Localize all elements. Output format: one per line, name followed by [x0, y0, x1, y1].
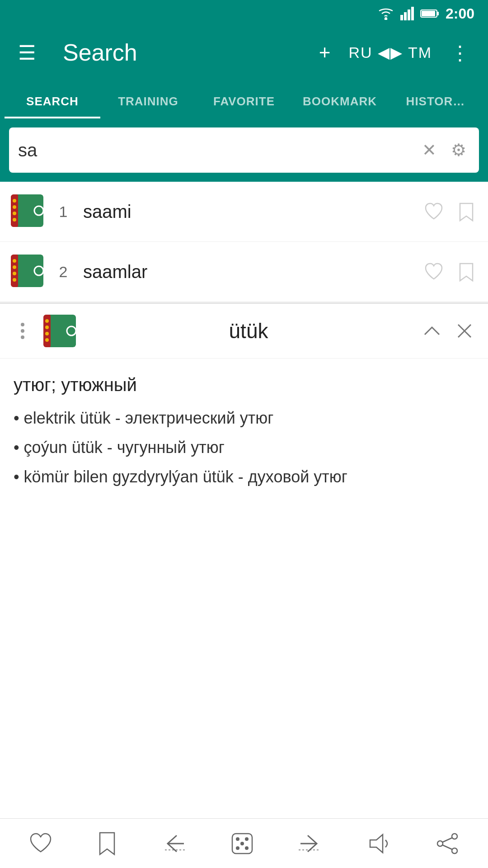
svg-point-0 [385, 17, 387, 20]
favorite-icon-1[interactable] [423, 201, 445, 222]
svg-point-40 [236, 846, 239, 850]
svg-point-28 [45, 326, 49, 329]
svg-point-10 [13, 199, 16, 203]
svg-point-29 [45, 332, 49, 335]
tab-search[interactable]: SEARCH [5, 86, 100, 118]
svg-point-13 [13, 218, 16, 222]
svg-point-46 [452, 848, 457, 854]
app-bar: ☰ Search + RU ◀▶ TM ⋮ [0, 27, 488, 78]
dict-panel-content: утюг; утюжный • elektrik ütük - электрич… [0, 359, 488, 509]
dict-example-2: • çoýun ütük - чугунный утюг [14, 434, 474, 461]
dots-menu-icon[interactable] [13, 321, 33, 341]
svg-rect-4 [411, 7, 414, 20]
bottom-nav [0, 818, 488, 868]
battery-icon [420, 9, 439, 19]
signal-icon [400, 7, 414, 20]
clear-icon[interactable]: ✕ [418, 137, 440, 164]
svg-point-11 [13, 205, 16, 209]
collapse-icon[interactable] [421, 320, 443, 342]
svg-rect-1 [400, 15, 403, 20]
lang-switcher[interactable]: RU ◀▶ TM [349, 43, 432, 61]
svg-point-24 [21, 335, 24, 339]
result-number-2: 2 [54, 263, 72, 281]
app-title: Search [63, 39, 301, 66]
status-time: 2:00 [446, 5, 474, 22]
svg-point-37 [236, 837, 239, 841]
svg-rect-2 [404, 12, 407, 20]
tab-bookmark[interactable]: BOOKMARK [292, 86, 388, 118]
flag-icon-1 [11, 194, 43, 229]
svg-point-41 [245, 846, 249, 850]
svg-line-49 [442, 845, 452, 849]
bookmark-icon-2[interactable] [455, 261, 477, 283]
bookmark-icon-1[interactable] [455, 201, 477, 222]
svg-rect-7 [422, 11, 435, 16]
nav-volume-icon[interactable] [366, 831, 393, 856]
result-word-1: saami [83, 202, 412, 222]
svg-point-20 [13, 278, 16, 282]
tab-favorite[interactable]: FAVORITE [196, 86, 292, 118]
svg-point-23 [21, 329, 24, 333]
svg-line-48 [442, 838, 452, 842]
svg-point-47 [437, 841, 443, 846]
flag-icon-2 [11, 255, 43, 289]
results-list: 1 saami 2 saamlar [0, 182, 488, 302]
svg-point-45 [452, 834, 457, 839]
svg-point-39 [240, 842, 244, 845]
dict-panel-header: ütük [0, 304, 488, 359]
result-number-1: 1 [54, 203, 72, 221]
dict-panel-word: ütük [87, 319, 410, 343]
dict-panel-flag [43, 315, 76, 347]
status-bar: 2:00 [0, 0, 488, 27]
more-icon[interactable]: ⋮ [446, 37, 474, 69]
list-item[interactable]: 1 saami [0, 182, 488, 242]
svg-point-18 [13, 265, 16, 269]
tab-history[interactable]: HISTOR… [388, 86, 483, 118]
list-item[interactable]: 2 saamlar [0, 242, 488, 302]
nav-share-icon[interactable] [435, 831, 460, 856]
nav-back-icon[interactable] [160, 831, 188, 856]
search-box-container: ✕ ⚙ [0, 118, 488, 182]
search-input[interactable] [18, 140, 411, 160]
svg-point-12 [13, 212, 16, 215]
favorite-icon-2[interactable] [423, 261, 445, 283]
dict-example-3: • kömür bilen gyzdyrylýan ütük - духовой… [14, 463, 474, 491]
close-icon[interactable] [454, 320, 475, 342]
nav-forward-icon[interactable] [297, 831, 324, 856]
svg-point-17 [13, 259, 16, 263]
svg-point-19 [13, 272, 16, 275]
svg-marker-44 [370, 835, 383, 853]
dict-main-translation: утюг; утюжный [14, 375, 474, 395]
search-box: ✕ ⚙ [9, 127, 479, 173]
status-icons: 2:00 [378, 5, 474, 22]
settings-icon[interactable]: ⚙ [447, 137, 470, 164]
menu-icon[interactable]: ☰ [14, 37, 40, 69]
svg-rect-3 [408, 9, 410, 20]
nav-heart-icon[interactable] [28, 831, 53, 856]
tabs-bar: SEARCH TRAINING FAVORITE BOOKMARK HISTOR… [0, 78, 488, 118]
svg-point-30 [45, 338, 49, 342]
wifi-icon [378, 7, 394, 20]
nav-random-icon[interactable] [230, 831, 255, 856]
tab-training[interactable]: TRAINING [100, 86, 196, 118]
add-icon[interactable]: + [314, 37, 335, 68]
dict-panel: ütük утюг; утюжный • elektrik ütük - эле… [0, 302, 488, 509]
svg-point-27 [45, 319, 49, 323]
result-word-2: saamlar [83, 262, 412, 282]
svg-point-38 [245, 837, 249, 841]
nav-bookmark-icon[interactable] [95, 831, 119, 856]
svg-point-22 [21, 323, 24, 326]
svg-rect-6 [437, 12, 439, 15]
dict-example-1: • elektrik ütük - электрический утюг [14, 404, 474, 432]
